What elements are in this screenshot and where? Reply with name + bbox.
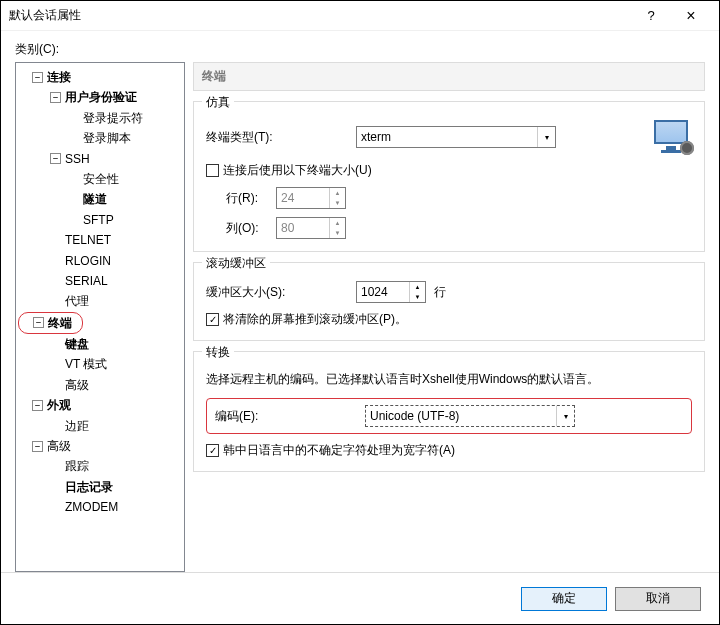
buffer-size-label: 缓冲区大小(S): — [206, 284, 356, 301]
close-button[interactable]: × — [671, 1, 711, 31]
collapse-icon[interactable]: − — [50, 92, 61, 103]
rows-value: 24 — [281, 191, 294, 205]
checkbox-box: ✓ — [206, 313, 219, 326]
encoding-highlight: 编码(E): Unicode (UTF-8) ▾ — [206, 398, 692, 434]
tree-node-advanced-terminal[interactable]: 高级 — [18, 375, 182, 395]
tree-node-appearance[interactable]: −外观 — [18, 395, 182, 415]
collapse-icon[interactable]: − — [33, 317, 44, 328]
tree-node-serial[interactable]: SERIAL — [18, 271, 182, 291]
category-tree[interactable]: −连接 −用户身份验证 登录提示符 登录脚本 −SSH 安全性 — [15, 62, 185, 572]
dialog-footer: 确定 取消 — [1, 572, 719, 624]
buffer-size-value: 1024 — [361, 285, 388, 299]
spinner-up-icon: ▲ — [330, 218, 345, 228]
tree-node-advanced[interactable]: −高级 — [18, 436, 182, 456]
chevron-down-icon: ▾ — [556, 406, 574, 426]
tree-node-vtmode[interactable]: VT 模式 — [18, 354, 182, 374]
rows-label: 行(R): — [206, 190, 276, 207]
tree-node-trace[interactable]: 跟踪 — [18, 456, 182, 476]
tree-node-loginprompt[interactable]: 登录提示符 — [18, 108, 182, 128]
checkbox-box — [206, 164, 219, 177]
encoding-label: 编码(E): — [215, 408, 365, 425]
cancel-button[interactable]: 取消 — [615, 587, 701, 611]
group-title-emulation: 仿真 — [202, 94, 234, 111]
rows-spinner: 24 ▲▼ — [276, 187, 346, 209]
encoding-value: Unicode (UTF-8) — [370, 409, 459, 423]
buffer-size-suffix: 行 — [434, 284, 446, 301]
spinner-up-icon[interactable]: ▲ — [410, 282, 425, 292]
group-title-translation: 转换 — [202, 344, 234, 361]
tree-node-proxy[interactable]: 代理 — [18, 291, 182, 311]
tree-node-keyboard[interactable]: 键盘 — [18, 334, 182, 354]
settings-panel: 终端 仿真 终端类型(T): xterm ▾ — [193, 62, 705, 572]
ok-button[interactable]: 确定 — [521, 587, 607, 611]
spinner-down-icon: ▼ — [330, 228, 345, 238]
push-screen-checkbox[interactable]: ✓ 将清除的屏幕推到滚动缓冲区(P)。 — [206, 311, 407, 328]
terminal-type-combo[interactable]: xterm ▾ — [356, 126, 556, 148]
collapse-icon[interactable]: − — [50, 153, 61, 164]
spinner-up-icon: ▲ — [330, 188, 345, 198]
group-emulation: 仿真 终端类型(T): xterm ▾ — [193, 101, 705, 252]
tree-node-ssh[interactable]: −SSH — [18, 149, 182, 169]
tree-node-loginscript[interactable]: 登录脚本 — [18, 128, 182, 148]
cols-value: 80 — [281, 221, 294, 235]
dialog-body: 类别(C): −连接 −用户身份验证 登录提示符 登录脚本 — [1, 31, 719, 624]
use-terminal-size-checkbox[interactable]: 连接后使用以下终端大小(U) — [206, 162, 372, 179]
tree-node-connection[interactable]: −连接 — [18, 67, 182, 87]
collapse-icon[interactable]: − — [32, 72, 43, 83]
group-title-scrollback: 滚动缓冲区 — [202, 255, 270, 272]
tree-node-telnet[interactable]: TELNET — [18, 230, 182, 250]
cols-label: 列(O): — [206, 220, 276, 237]
title-bar: 默认会话属性 ? × — [1, 1, 719, 31]
group-translation: 转换 选择远程主机的编码。已选择默认语言时Xshell使用Windows的默认语… — [193, 351, 705, 472]
tree-node-rlogin[interactable]: RLOGIN — [18, 251, 182, 271]
terminal-type-label: 终端类型(T): — [206, 129, 356, 146]
translation-desc: 选择远程主机的编码。已选择默认语言时Xshell使用Windows的默认语言。 — [206, 370, 692, 388]
cjk-wide-label: 韩中日语言中的不确定字符处理为宽字符(A) — [223, 442, 455, 459]
panel-header: 终端 — [193, 62, 705, 91]
chevron-down-icon: ▾ — [537, 127, 555, 147]
tree-node-userauth[interactable]: −用户身份验证 — [18, 87, 182, 107]
buffer-size-spinner[interactable]: 1024 ▲▼ — [356, 281, 426, 303]
window-title: 默认会话属性 — [9, 7, 631, 24]
spinner-down-icon: ▼ — [330, 198, 345, 208]
category-label: 类别(C): — [15, 41, 705, 58]
tree-node-terminal-highlight: −终端 — [18, 312, 83, 334]
tree-node-terminal[interactable]: −终端 — [19, 313, 72, 333]
collapse-icon[interactable]: − — [32, 400, 43, 411]
main-area: −连接 −用户身份验证 登录提示符 登录脚本 −SSH 安全性 — [15, 62, 705, 572]
tree-node-logging[interactable]: 日志记录 — [18, 477, 182, 497]
use-terminal-size-label: 连接后使用以下终端大小(U) — [223, 162, 372, 179]
tree-node-zmodem[interactable]: ZMODEM — [18, 497, 182, 517]
tree-node-sftp[interactable]: SFTP — [18, 210, 182, 230]
cjk-wide-checkbox[interactable]: ✓ 韩中日语言中的不确定字符处理为宽字符(A) — [206, 442, 455, 459]
terminal-type-value: xterm — [361, 130, 391, 144]
cols-spinner: 80 ▲▼ — [276, 217, 346, 239]
checkbox-box: ✓ — [206, 444, 219, 457]
tree-node-margin[interactable]: 边距 — [18, 416, 182, 436]
tree-node-security[interactable]: 安全性 — [18, 169, 182, 189]
encoding-combo[interactable]: Unicode (UTF-8) ▾ — [365, 405, 575, 427]
tree-node-tunnel[interactable]: 隧道 — [18, 189, 182, 209]
collapse-icon[interactable]: − — [32, 441, 43, 452]
group-scrollback: 滚动缓冲区 缓冲区大小(S): 1024 ▲▼ 行 ✓ 将清除的屏幕推到滚动缓冲… — [193, 262, 705, 341]
monitor-settings-icon[interactable] — [654, 120, 692, 154]
dialog-default-session-properties: 默认会话属性 ? × 类别(C): −连接 −用户身份验证 登录提示符 登录脚本 — [0, 0, 720, 625]
spinner-down-icon[interactable]: ▼ — [410, 292, 425, 302]
help-button[interactable]: ? — [631, 1, 671, 31]
push-screen-label: 将清除的屏幕推到滚动缓冲区(P)。 — [223, 311, 407, 328]
